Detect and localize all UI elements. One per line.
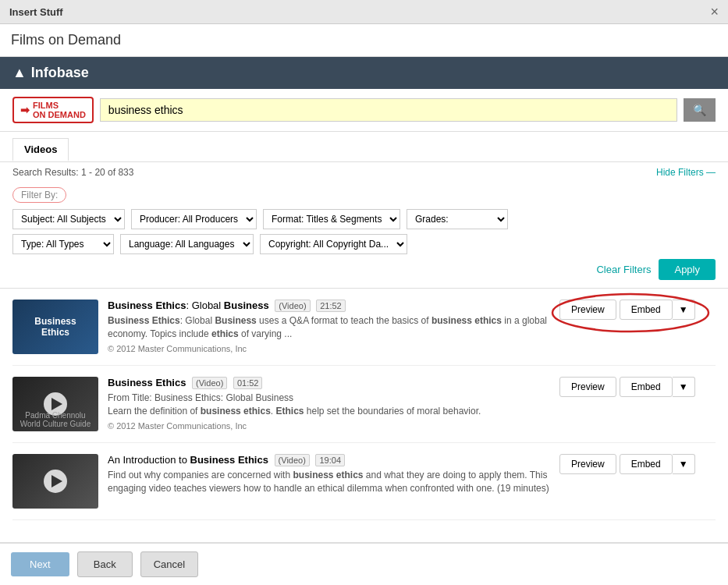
preview-button-1[interactable]: Preview — [559, 300, 616, 320]
subject-filter[interactable]: Subject: All Subjects — [12, 209, 125, 229]
search-icon: 🔍 — [693, 104, 706, 116]
search-bar-area: ➡ FILMSON DEMAND 🔍 — [0, 89, 728, 132]
clear-filters-link[interactable]: Clear Filters — [596, 264, 651, 275]
grades-filter[interactable]: Grades: — [407, 209, 508, 229]
embed-dropdown-button-2[interactable]: ▼ — [673, 377, 695, 397]
preview-button-3[interactable]: Preview — [559, 454, 616, 474]
result-desc-3: Find out why companies are concerned wit… — [108, 469, 550, 495]
result-duration-badge-1: 21:52 — [316, 300, 346, 312]
infobase-header: ▲ Infobase — [0, 57, 728, 89]
result-copy-2: © 2012 Master Communications, Inc — [108, 421, 550, 431]
language-filter[interactable]: Language: All Languages — [120, 234, 254, 254]
back-button[interactable]: Back — [77, 551, 133, 577]
result-actions-3: Preview Embed ▼ — [559, 454, 716, 474]
result-actions-1: Preview Embed ▼ — [559, 300, 716, 320]
result-type-badge-3: (Video) — [275, 454, 310, 466]
dialog-title: Insert Stuff — [9, 6, 63, 18]
embed-group-2: Embed ▼ — [620, 377, 695, 397]
search-input[interactable] — [100, 98, 677, 122]
result-thumb-2: Padma ChennoluWorld Culture Guide — [12, 377, 98, 431]
infobase-logo: ▲ Infobase — [12, 65, 89, 81]
result-duration-badge-2: 01:52 — [233, 377, 263, 389]
films-logo-text: FILMSON DEMAND — [33, 101, 86, 119]
bottom-bar: Next Back Cancel — [0, 542, 728, 585]
result-duration-badge-3: 19:04 — [315, 454, 345, 466]
filter-section: Filter By: Subject: All Subjects Produce… — [0, 183, 728, 289]
result-thumb-3 — [12, 454, 98, 509]
embed-button-2[interactable]: Embed — [620, 377, 673, 397]
play-icon-3 — [44, 470, 67, 493]
result-type-badge-2: (Video) — [192, 377, 227, 389]
result-title-3: An Introduction to Business Ethics (Vide… — [108, 454, 550, 466]
results-header: Search Results: 1 - 20 of 833 Hide Filte… — [0, 162, 728, 183]
filter-row-2: Type: All Types Language: All Languages … — [12, 234, 716, 254]
format-filter[interactable]: Format: Titles & Segments — [263, 209, 400, 229]
result-content-3: An Introduction to Business Ethics (Vide… — [108, 454, 550, 498]
next-button[interactable]: Next — [11, 552, 69, 576]
copyright-filter[interactable]: Copyright: All Copyright Da... — [260, 234, 407, 254]
films-on-demand-logo: ➡ FILMSON DEMAND — [12, 97, 94, 123]
hide-filters-link[interactable]: Hide Filters — — [656, 167, 716, 178]
play-triangle-2 — [51, 398, 62, 410]
dialog-wrapper: Insert Stuff × Films on Demand ▲ Infobas… — [0, 0, 728, 585]
result-desc-2: From Title: Business Ethics: Global Busi… — [108, 392, 550, 418]
tab-videos[interactable]: Videos — [12, 138, 69, 161]
type-filter[interactable]: Type: All Types — [12, 234, 114, 254]
result-desc-1: Business Ethics: Global Business uses a … — [108, 314, 550, 341]
results-summary: Search Results: 1 - 20 of 833 — [12, 167, 133, 178]
embed-group-3: Embed ▼ — [620, 454, 695, 474]
result-title-1: Business Ethics: Global Business (Video)… — [108, 300, 550, 311]
preview-button-2[interactable]: Preview — [559, 377, 616, 397]
thumb-caption-2: Padma ChennoluWorld Culture Guide — [16, 411, 95, 428]
producer-filter[interactable]: Producer: All Producers — [131, 209, 257, 229]
result-item-1: BusinessEthics Business Ethics: Global B… — [12, 289, 716, 366]
filter-by-label: Filter By: — [12, 187, 66, 203]
filter-actions: Clear Filters Apply — [12, 259, 716, 280]
main-content: ▲ Infobase ➡ FILMSON DEMAND 🔍 Videos — [0, 57, 728, 542]
infobase-logo-text: Infobase — [31, 65, 89, 81]
result-copy-1: © 2012 Master Communications, Inc — [108, 344, 550, 353]
close-button[interactable]: × — [710, 5, 719, 19]
filter-row-1: Subject: All Subjects Producer: All Prod… — [12, 209, 716, 229]
page-subtitle: Films on Demand — [0, 24, 728, 57]
result-type-badge-1: (Video) — [275, 300, 310, 312]
infobase-triangle-icon: ▲ — [12, 65, 27, 81]
embed-button-1[interactable]: Embed — [620, 300, 673, 320]
play-triangle-3 — [51, 475, 62, 488]
films-arrow-icon: ➡ — [20, 104, 30, 116]
search-button[interactable]: 🔍 — [684, 98, 716, 122]
results-list: BusinessEthics Business Ethics: Global B… — [0, 289, 728, 520]
result-actions-2: Preview Embed ▼ — [559, 377, 716, 397]
result-item-3: An Introduction to Business Ethics (Vide… — [12, 443, 716, 520]
result-thumb-1: BusinessEthics — [12, 300, 98, 354]
apply-button[interactable]: Apply — [659, 259, 716, 280]
embed-button-3[interactable]: Embed — [620, 454, 673, 474]
title-bar: Insert Stuff × — [0, 0, 728, 24]
result-item-2: Padma ChennoluWorld Culture Guide Busine… — [12, 366, 716, 443]
result-title-2: Business Ethics (Video) 01:52 — [108, 377, 550, 388]
embed-dropdown-button-1[interactable]: ▼ — [673, 300, 695, 320]
cancel-button[interactable]: Cancel — [140, 551, 198, 577]
embed-group-1: Embed ▼ — [620, 300, 695, 320]
tabs-area: Videos — [0, 132, 728, 162]
scroll-area[interactable]: ▲ Infobase ➡ FILMSON DEMAND 🔍 Videos — [0, 57, 728, 542]
result-content-1: Business Ethics: Global Business (Video)… — [108, 300, 550, 353]
thumb-text-1: BusinessEthics — [31, 313, 79, 341]
result-content-2: Business Ethics (Video) 01:52 From Title… — [108, 377, 550, 431]
embed-dropdown-button-3[interactable]: ▼ — [673, 454, 695, 474]
